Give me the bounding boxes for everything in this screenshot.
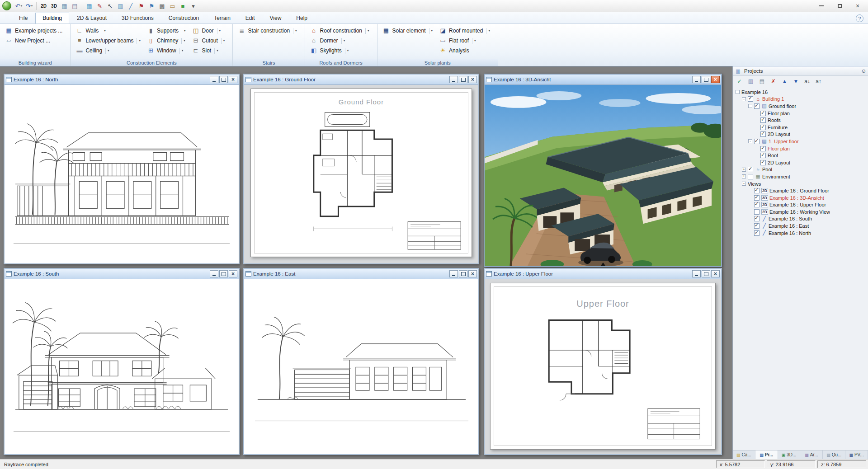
tree-checkbox[interactable] <box>754 195 760 201</box>
minimize-button[interactable] <box>449 76 458 83</box>
tree-item-pool[interactable]: +≈Pool <box>734 166 867 174</box>
hatch-icon[interactable]: ▩ <box>157 1 167 11</box>
dropdown-arrow-icon[interactable]: ▾ <box>365 28 369 34</box>
ribbon-button-door[interactable]: ◫Door▾ <box>190 26 227 36</box>
tree-item-floor-plan[interactable]: Floor plan <box>734 110 867 117</box>
window-ground-floor-titlebar[interactable]: Example 16 : Ground Floor <box>244 75 478 85</box>
dropdown-arrow-icon[interactable]: ▾ <box>179 48 184 54</box>
ribbon-button-roof-construction[interactable]: ⌂Roof construction▾ <box>308 26 371 36</box>
south-elevation-canvas[interactable] <box>5 279 239 454</box>
ribbon-button-solar-element[interactable]: ▦Solar element▾ <box>381 26 435 36</box>
tree-expander-icon[interactable]: - <box>742 97 746 101</box>
threed-render-canvas[interactable] <box>485 85 721 266</box>
maximize-button[interactable] <box>219 76 228 83</box>
window-south-titlebar[interactable]: Example 16 : South <box>5 269 239 279</box>
window-upper-floor[interactable]: Example 16 : Upper Floor Upper Floor <box>484 268 722 455</box>
tree-checkbox[interactable] <box>760 117 766 123</box>
ribbon-button-ceiling[interactable]: ▬Ceiling▾ <box>74 46 142 56</box>
apply-icon[interactable]: ✓ <box>734 77 745 86</box>
report-icon[interactable]: ▥ <box>745 77 756 86</box>
tab-projects[interactable]: ▥Pr... <box>755 450 778 459</box>
window-3d-view[interactable]: Example 16 : 3D-Ansicht <box>484 74 722 267</box>
ribbon-button-supports[interactable]: ▮Supports▾ <box>145 26 188 36</box>
redo-icon[interactable]: ↷▾ <box>24 1 34 11</box>
minimize-button[interactable] <box>210 270 218 277</box>
delete-icon[interactable]: ✗ <box>768 77 778 86</box>
north-elevation-canvas[interactable] <box>5 85 239 263</box>
window-north-titlebar[interactable]: Example 16 : North <box>5 75 239 85</box>
ribbon-button-chimney[interactable]: ▯Chimney▾ <box>145 36 188 46</box>
tree-item-example-16-south[interactable]: ╱Example 16 : South <box>734 216 867 223</box>
close-button[interactable] <box>229 76 237 83</box>
tree-checkbox[interactable] <box>760 111 766 116</box>
close-button[interactable] <box>711 270 720 277</box>
upper-floor-canvas[interactable]: Upper Floor <box>485 279 721 454</box>
ribbon-button-example-projects[interactable]: ▦Example projects ... <box>3 26 64 36</box>
ribbon-button-walls[interactable]: ∟Walls▾ <box>74 26 142 36</box>
tab-3d-functions[interactable]: 3D Functions <box>114 13 161 23</box>
tree-checkbox[interactable] <box>754 230 760 236</box>
ground-floor-canvas[interactable]: Ground Floor <box>244 85 478 263</box>
close-button[interactable] <box>711 76 720 83</box>
east-elevation-canvas[interactable] <box>244 279 478 454</box>
ribbon-button-skylights[interactable]: ◧Skylights▾ <box>308 46 371 56</box>
tree-item-ground-floor[interactable]: -▤Ground floor <box>734 103 867 110</box>
flag-blue-icon[interactable]: ⚑ <box>146 1 157 11</box>
tree-item-example-16-upper-floor[interactable]: 2DExample 16 : Upper Floor <box>734 202 867 209</box>
tree-item-2d-layout[interactable]: 2D Layout <box>734 131 867 138</box>
ribbon-button-slot[interactable]: ⊏Slot▾ <box>190 46 227 56</box>
tree-checkbox[interactable] <box>754 202 760 207</box>
dropdown-arrow-icon[interactable]: ▾ <box>181 38 185 44</box>
tree-item-floor-plan[interactable]: Floor plan <box>734 145 867 152</box>
app-logo[interactable] <box>2 1 11 10</box>
select-arrow-icon[interactable]: ↖ <box>105 1 115 11</box>
dropdown-arrow-icon[interactable]: ▾ <box>345 48 349 54</box>
tree-expander-icon[interactable]: + <box>742 174 746 178</box>
ribbon-button-dormer[interactable]: ⌂Dormer▾ <box>308 36 371 46</box>
tab-building[interactable]: Building <box>35 13 69 23</box>
tree-item-roofs[interactable]: Roofs <box>734 117 867 124</box>
tab-3d-objects[interactable]: ▣3D... <box>778 450 801 459</box>
close-button[interactable] <box>229 270 237 277</box>
tree-item-1-upper-floor[interactable]: -▤1. Upper floor <box>734 138 867 145</box>
ribbon-button-new-project[interactable]: ▱New Project ... <box>3 36 64 46</box>
sort-desc-icon[interactable]: a↑ <box>813 77 824 86</box>
tree-item-example-16[interactable]: -Example 16 <box>734 89 867 96</box>
tree-item-views[interactable]: -Views <box>734 180 867 188</box>
tab-catalog[interactable]: ▤Ca... <box>733 450 755 459</box>
tree-expander-icon[interactable]: - <box>748 139 752 143</box>
tree-item-example-16-north[interactable]: ╱Example 16 : North <box>734 230 867 237</box>
ribbon-button-flat-roof[interactable]: ▭Flat roof▾ <box>437 36 492 46</box>
window-ground-floor[interactable]: Example 16 : Ground Floor Ground Floor <box>243 74 479 264</box>
maximize-button[interactable] <box>702 76 710 83</box>
view-2d-icon[interactable]: 2D <box>38 1 49 11</box>
dropdown-arrow-icon[interactable]: ▾ <box>293 28 297 34</box>
tree-item-building-1[interactable]: -⌂Building 1 <box>734 96 867 103</box>
ribbon-button-cutout[interactable]: ⊟Cutout▾ <box>190 36 227 46</box>
tree-checkbox[interactable] <box>760 146 766 151</box>
pin-icon[interactable]: ⊙ <box>862 68 866 74</box>
dropdown-arrow-icon[interactable]: ▾ <box>102 28 106 34</box>
tab-file[interactable]: File <box>12 13 35 23</box>
tree-checkbox[interactable] <box>754 209 760 215</box>
tab-pv[interactable]: ▦PV... <box>845 450 868 459</box>
tree-checkbox[interactable] <box>760 131 766 137</box>
tree-expander-icon[interactable]: - <box>736 90 740 94</box>
window-upper-floor-titlebar[interactable]: Example 16 : Upper Floor <box>485 269 721 279</box>
tree-item-example-16-working-view[interactable]: 2DExample 16 : Working View <box>734 208 867 216</box>
minimize-button[interactable] <box>449 270 458 277</box>
app-close-button[interactable]: × <box>849 0 867 12</box>
dropdown-arrow-icon[interactable]: ▾ <box>21 4 23 8</box>
move-up-icon[interactable]: ▲ <box>779 77 790 86</box>
close-button[interactable] <box>468 76 477 83</box>
cascade-windows-icon[interactable]: ▤ <box>70 1 80 11</box>
undo-icon[interactable]: ↶▾ <box>14 1 24 11</box>
tab-quantities[interactable]: ▤Qu... <box>823 450 845 459</box>
pen-icon[interactable]: ✎ <box>94 1 105 11</box>
minimize-button[interactable] <box>692 270 701 277</box>
tree-checkbox[interactable] <box>754 188 760 193</box>
tab-areas[interactable]: ▦Ar... <box>800 450 823 459</box>
ribbon-button-roof-mounted[interactable]: ◪Roof mounted▾ <box>437 26 492 36</box>
tab-construction[interactable]: Construction <box>161 13 206 23</box>
tab-terrain[interactable]: Terrain <box>207 13 238 23</box>
